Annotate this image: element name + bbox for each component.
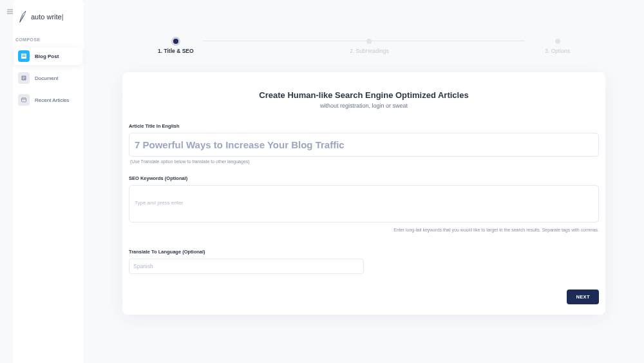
sidebar-item-label: Recent Articles	[35, 97, 69, 103]
article-title-input[interactable]	[129, 133, 599, 157]
seo-keywords-hint: Enter long-tail keywords that you would …	[129, 228, 599, 232]
page-title: Create Human-like Search Engine Optimize…	[129, 90, 599, 100]
document-icon	[18, 72, 30, 84]
language-input[interactable]	[129, 259, 364, 274]
step-options[interactable]: 3. Options	[545, 39, 570, 54]
article-title-hint: (Use Translate option below to translate…	[129, 159, 599, 164]
seo-keywords-label: SEO Keywords (Optional)	[129, 175, 599, 181]
brand-name: auto write|	[31, 13, 64, 21]
sidebar-item-label: Document	[35, 75, 58, 81]
sidebar: auto write| COMPOSE Blog Post Document	[13, 0, 84, 363]
sidebar-item-document[interactable]: Document	[14, 69, 82, 87]
svg-rect-10	[22, 98, 26, 102]
sidebar-item-label: Blog Post	[35, 54, 59, 59]
form-card: Create Human-like Search Engine Optimize…	[122, 72, 605, 315]
main: 1. Title & SEO 2. SubHeadings 3. Options…	[84, 0, 644, 363]
sidebar-item-recent-articles[interactable]: Recent Articles	[14, 91, 82, 109]
actions: NEXT	[129, 289, 599, 304]
brand[interactable]: auto write|	[13, 4, 84, 34]
step-label: 1. Title & SEO	[158, 48, 194, 54]
recent-icon	[18, 94, 30, 106]
stepper: 1. Title & SEO 2. SubHeadings 3. Options	[119, 39, 609, 54]
seo-keywords-input[interactable]	[129, 185, 599, 222]
page-subtitle: without registration, login or sweat	[129, 103, 599, 109]
step-dot-icon	[173, 39, 178, 44]
step-label: 3. Options	[545, 48, 570, 54]
sidebar-item-blog-post[interactable]: Blog Post	[14, 47, 82, 65]
article-title-label: Article Title In English	[129, 123, 599, 129]
step-subheadings[interactable]: 2. SubHeadings	[350, 39, 389, 54]
sidebar-section-label: COMPOSE	[13, 34, 84, 47]
language-label: Translate To Language (Optional)	[129, 249, 599, 255]
step-dot-icon	[366, 39, 372, 44]
next-button[interactable]: NEXT	[567, 289, 599, 304]
rich-text-icon	[18, 50, 30, 62]
feather-icon	[18, 10, 27, 23]
step-label: 2. SubHeadings	[350, 48, 389, 54]
step-title-seo[interactable]: 1. Title & SEO	[158, 39, 194, 54]
step-dot-icon	[555, 39, 560, 44]
